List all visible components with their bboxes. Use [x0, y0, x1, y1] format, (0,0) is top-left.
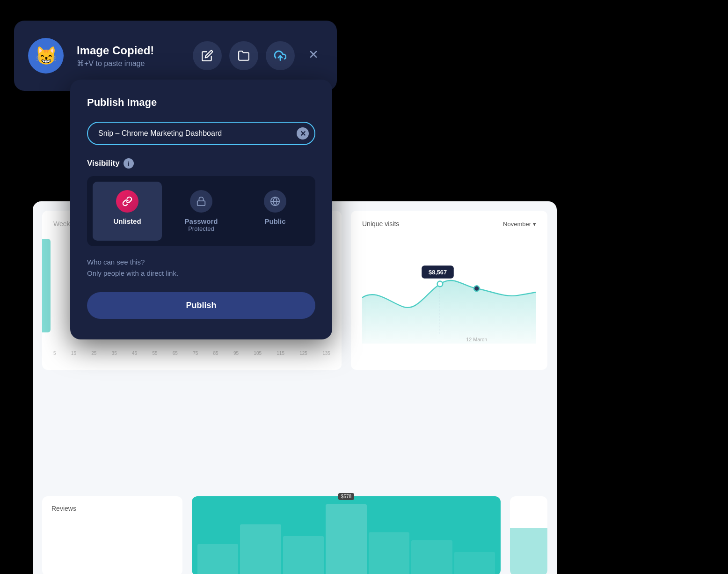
- public-option[interactable]: Public: [240, 182, 310, 241]
- visibility-label: Visibility i: [87, 158, 315, 169]
- unique-visits-panel: Unique visits November ▾: [351, 211, 547, 370]
- who-can-see: Who can see this? Only people with a dir…: [87, 257, 315, 279]
- notification-actions: [193, 41, 323, 70]
- password-sublabel: Protected: [188, 225, 214, 232]
- svg-text:$8,567: $8,567: [429, 269, 447, 276]
- password-option[interactable]: Password Protected: [167, 182, 236, 241]
- notification-text-area: Image Copied! ⌘+V to paste image: [77, 44, 180, 68]
- image-name-wrapper: ✕: [87, 122, 315, 145]
- unique-visits-title: Unique visits: [362, 220, 399, 228]
- upload-button[interactable]: [266, 41, 295, 70]
- unlisted-icon: [116, 190, 138, 213]
- visibility-options: Unlisted Password Protected Pub: [87, 176, 315, 246]
- modal-title: Publish Image: [87, 96, 315, 109]
- edit-button[interactable]: [193, 41, 222, 70]
- teal-bar-chart: $578: [192, 496, 501, 574]
- publish-modal: Publish Image ✕ Visibility i Unlisted: [70, 80, 332, 339]
- public-icon: [264, 190, 286, 213]
- area-chart-svg: $8,567 12 March: [362, 237, 536, 349]
- upload-icon: [274, 50, 286, 62]
- axis-ruler: 5 15 25 35 45 55 65 75 85 95 105 115 125…: [53, 351, 330, 356]
- notification-subtitle: ⌘+V to paste image: [77, 59, 180, 68]
- public-label: Public: [264, 217, 285, 225]
- unlisted-option[interactable]: Unlisted: [93, 182, 162, 241]
- svg-text:12 March: 12 March: [466, 337, 487, 342]
- month-selector[interactable]: November ▾: [503, 221, 536, 228]
- close-button[interactable]: [304, 44, 323, 67]
- reviews-panel: Reviews: [42, 496, 182, 574]
- image-name-input[interactable]: [87, 122, 315, 145]
- password-label: Password: [185, 217, 218, 225]
- svg-rect-9: [197, 201, 205, 206]
- svg-point-3: [474, 286, 480, 291]
- notification-title: Image Copied!: [77, 44, 180, 57]
- info-icon[interactable]: i: [124, 158, 134, 169]
- folder-icon: [238, 50, 250, 62]
- publish-button[interactable]: Publish: [87, 292, 315, 319]
- clear-input-button[interactable]: ✕: [297, 127, 309, 140]
- app-logo: 😸: [28, 38, 64, 74]
- small-bar-panel: [510, 496, 547, 574]
- edit-icon: [201, 50, 213, 62]
- svg-point-0: [437, 281, 443, 287]
- folder-button[interactable]: [229, 41, 258, 70]
- bar-tooltip: $578: [338, 493, 354, 500]
- unlisted-label: Unlisted: [113, 217, 141, 225]
- close-icon: [308, 49, 319, 60]
- chevron-down-icon: ▾: [533, 221, 536, 228]
- password-icon: [190, 190, 212, 213]
- reviews-title: Reviews: [51, 505, 173, 512]
